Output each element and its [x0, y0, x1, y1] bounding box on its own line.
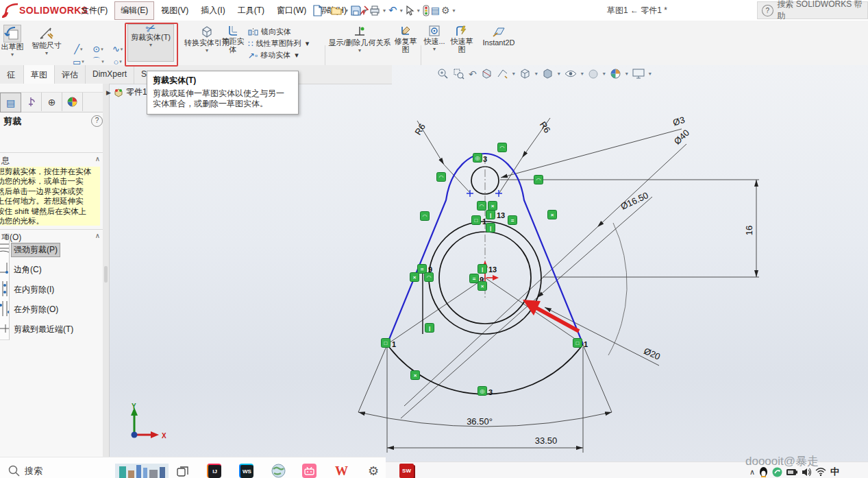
- taskbar-search-region: [0, 457, 386, 478]
- task-view-icon[interactable]: [177, 466, 189, 478]
- select-cursor-icon[interactable]: [406, 5, 414, 16]
- dim-3350[interactable]: 33.50: [535, 435, 558, 446]
- quick-snaps-button[interactable]: 快速...▾: [422, 25, 447, 53]
- option-trim-to-closest[interactable]: 剪裁到最近端(T): [0, 320, 103, 339]
- ime-indicator[interactable]: 中: [830, 466, 839, 478]
- quick-snaps-icon: [428, 25, 441, 37]
- menu-view[interactable]: 视图(V): [156, 2, 194, 19]
- webstorm-icon[interactable]: WS: [239, 464, 253, 478]
- info-section-header[interactable]: 息∧: [0, 152, 103, 168]
- svg-text:□: □: [384, 340, 388, 346]
- property-manager-panel: ▤ ⊕ 剪裁 ? 息∧ 想剪裁实体，按住并在实体 动您的光标，或单击一实: [0, 84, 103, 463]
- print-icon[interactable]: [369, 5, 380, 16]
- svg-text:×: ×: [414, 372, 417, 379]
- collapse-icon[interactable]: ∧: [95, 232, 100, 239]
- dimension-labels[interactable]: R6 R6 Ø3 Ø40 Ø16.50 Ø20 16 36.50° 33.50: [412, 115, 754, 446]
- configuration-icon: [27, 97, 36, 107]
- linear-pattern-button[interactable]: ∷ 线性草图阵列▾: [248, 38, 326, 49]
- tree-root-label[interactable]: 零件1: [126, 86, 147, 98]
- save-icon[interactable]: [351, 5, 361, 16]
- solidworks-window: SOLIDWORKS 文件(F) 编辑(E) 视图(V) 插入(I) 工具(T)…: [0, 0, 868, 478]
- qq-icon[interactable]: [759, 467, 768, 477]
- svg-text:|: |: [429, 325, 430, 331]
- intellij-icon[interactable]: IJ: [207, 464, 221, 478]
- splitter-grip[interactable]: [104, 266, 108, 283]
- smart-dimension-button[interactable]: 智能尺寸▾: [26, 25, 67, 58]
- tab-evaluate[interactable]: 评估: [55, 65, 86, 84]
- traffic-light-icon[interactable]: [423, 5, 430, 16]
- tab-features[interactable]: 征: [0, 65, 24, 84]
- undo-icon[interactable]: ↶: [388, 4, 397, 16]
- solidworks-logo-icon: [1, 3, 19, 18]
- menu-edit[interactable]: 编辑(E): [114, 1, 154, 20]
- options-gear-icon[interactable]: ⚙: [441, 5, 450, 16]
- speaker-icon[interactable]: [802, 468, 811, 477]
- help-search[interactable]: ? 搜索 SOLIDWORKS 帮助: [757, 1, 868, 19]
- news-widget[interactable]: [115, 464, 169, 478]
- dim-d3[interactable]: Ø3: [671, 115, 686, 128]
- browser-globe-icon[interactable]: [271, 464, 286, 478]
- tray-expand-icon[interactable]: ∧: [749, 468, 755, 477]
- sketch-viewport[interactable]: R6 R6 Ø3 Ø40 Ø16.50 Ø20 16 36.50° 33.50 …: [109, 65, 868, 463]
- help-icon: ?: [762, 5, 773, 16]
- open-file-icon[interactable]: [331, 5, 343, 16]
- flyout-feature-tree[interactable]: ▶ 零件1: [106, 86, 147, 98]
- settings-gear-icon[interactable]: ⚙: [368, 464, 379, 478]
- line-tool[interactable]: ╱▾: [69, 44, 88, 54]
- collapse-icon[interactable]: ∧: [95, 155, 100, 163]
- panel-help-button[interactable]: ?: [91, 115, 103, 127]
- instant2d-icon: [492, 25, 506, 38]
- dim-d40[interactable]: Ø40: [672, 128, 691, 147]
- bilibili-icon[interactable]: [302, 464, 317, 478]
- trim-inside-icon: [0, 280, 10, 300]
- option-trim-away-outside[interactable]: 在外剪除(O): [0, 300, 103, 320]
- dim-16[interactable]: 16: [744, 226, 754, 235]
- taskbar-search-icon[interactable]: [8, 465, 20, 477]
- option-trim-away-inside[interactable]: 在内剪除(I): [0, 280, 103, 300]
- repair-sketch-button[interactable]: 修复草图: [392, 25, 419, 53]
- circle-tool[interactable]: ⊙▾: [88, 44, 108, 54]
- dim-r6-left[interactable]: R6: [412, 122, 427, 137]
- appearance-tab[interactable]: [62, 93, 83, 111]
- svg-text:|: |: [490, 212, 491, 218]
- display-relations-button[interactable]: 显示/删除几何关系▾: [327, 25, 392, 55]
- move-entities-button[interactable]: ↗▫ 移动实体▾: [248, 49, 326, 61]
- exit-sketch-button[interactable]: 出草图▾: [0, 25, 25, 59]
- menu-window[interactable]: 窗口(W): [271, 2, 312, 19]
- offset-entities-button[interactable]: 等距实体: [221, 25, 245, 53]
- configuration-tab[interactable]: [21, 93, 42, 111]
- info-line: 上任何地方。若想延伸实: [0, 196, 100, 206]
- menu-tools[interactable]: 工具(T): [232, 2, 270, 19]
- option-corner[interactable]: 边角(C): [0, 260, 103, 280]
- menu-bar: SOLIDWORKS 文件(F) 编辑(E) 视图(V) 插入(I) 工具(T)…: [0, 0, 868, 21]
- constraint-badges[interactable]: ◠ ◠ ◎ 3 ◠ ◠ × ◠ × | 13 □ 1 | = = 9 × ◠ |…: [382, 143, 588, 397]
- panel-splitter[interactable]: [103, 84, 110, 463]
- new-file-icon[interactable]: [312, 5, 323, 16]
- instant2d-button[interactable]: Instant2D: [478, 25, 519, 47]
- exit-sketch-icon: [3, 25, 21, 43]
- menu-insert[interactable]: 插入(I): [195, 2, 230, 19]
- taskbar-search-label[interactable]: 搜索: [25, 465, 42, 477]
- solidworks-taskbar-icon[interactable]: SW: [399, 464, 414, 478]
- mirror-entities-button[interactable]: 镜向实体: [248, 26, 326, 38]
- wechat-icon[interactable]: [772, 467, 782, 477]
- tree-expand-icon[interactable]: ▶: [106, 89, 111, 96]
- dim-d20[interactable]: Ø20: [643, 346, 662, 362]
- trim-outside-icon: [0, 300, 10, 320]
- tab-sketch[interactable]: 草图: [24, 65, 55, 84]
- battery-icon[interactable]: [786, 468, 797, 476]
- rapid-sketch-icon: [456, 25, 468, 37]
- dim-angle[interactable]: 36.50°: [467, 416, 493, 427]
- rapid-sketch-button[interactable]: 快速草图: [447, 25, 477, 53]
- wifi-icon[interactable]: [815, 468, 826, 476]
- menu-file[interactable]: 文件(F): [75, 2, 113, 19]
- dim-d1650[interactable]: Ø16.50: [619, 190, 650, 212]
- task-pane-icon[interactable]: ▤: [431, 5, 440, 16]
- power-trim-icon: [0, 240, 10, 261]
- wps-icon[interactable]: W: [335, 464, 348, 478]
- propertymanager-tab[interactable]: ▤: [0, 93, 21, 112]
- system-tray: ∧ 中: [749, 466, 839, 478]
- svg-text:13: 13: [488, 265, 497, 274]
- dimxpert-tab[interactable]: ⊕: [42, 93, 62, 111]
- option-power-trim[interactable]: 强劲剪裁(P): [0, 240, 103, 260]
